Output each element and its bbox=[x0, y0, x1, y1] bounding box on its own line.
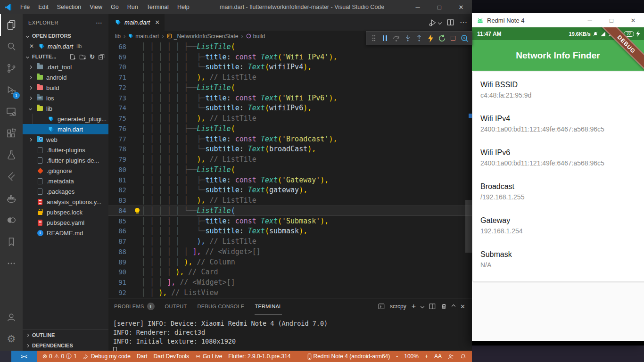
list-tile-wifi-ipv6[interactable]: Wifi IPv6 2400:1a00:bd11:121:49fe:6467:a… bbox=[480, 145, 644, 179]
tree-item-android[interactable]: android bbox=[23, 72, 108, 82]
code-line-70[interactable]: 70│ │ │ │ │ │ └─subtitle: Text(wifiIPv4)… bbox=[108, 62, 472, 73]
close-tab-icon[interactable]: ✕ bbox=[155, 19, 160, 26]
restart-icon[interactable] bbox=[438, 33, 446, 44]
list-tile-submask[interactable]: Submask N/A bbox=[480, 247, 644, 280]
tree-item-web[interactable]: web bbox=[23, 134, 108, 145]
terminal-shell-label[interactable]: scrcpy bbox=[390, 303, 406, 310]
tab-problems[interactable]: PROBLEMS 1 bbox=[114, 298, 155, 314]
font-size-button[interactable]: AA bbox=[434, 353, 442, 360]
tree-item-build[interactable]: build bbox=[23, 82, 108, 93]
breadcrumb-main-dart[interactable]: main.dart bbox=[128, 33, 159, 40]
drag-handle-icon[interactable] bbox=[369, 33, 378, 44]
code-line-77[interactable]: 77│ │ │ │ │ │ ├─title: const Text('Broad… bbox=[108, 134, 472, 144]
quick-fix-lightbulb-icon[interactable] bbox=[135, 208, 140, 213]
step-out-icon[interactable] bbox=[414, 33, 423, 44]
project-section-header[interactable]: FLUTTE... ↻ bbox=[23, 51, 108, 62]
menu-file[interactable]: File bbox=[16, 0, 34, 14]
tree-item-readme[interactable]: i README.md bbox=[23, 228, 108, 238]
kill-terminal-trash-icon[interactable] bbox=[441, 303, 447, 310]
new-folder-icon[interactable] bbox=[79, 53, 86, 60]
problems-status[interactable]: ⊗0 ⚠0 ⓘ1 bbox=[42, 353, 77, 361]
split-terminal-icon[interactable] bbox=[429, 303, 436, 310]
debug-toolbar[interactable] bbox=[366, 31, 472, 45]
menu-terminal[interactable]: Terminal bbox=[142, 0, 173, 14]
breadcrumb-build-method[interactable]: build bbox=[246, 33, 265, 40]
code-line-72[interactable]: 72│ │ │ │ │ ├──ListTile( bbox=[108, 82, 472, 93]
tree-item-analysis-options[interactable]: analysis_options.y... bbox=[23, 197, 108, 207]
refresh-icon[interactable]: ↻ bbox=[90, 53, 95, 60]
code-line-74[interactable]: 74│ │ │ │ │ │ └─subtitle: Text(wifiIPv6)… bbox=[108, 103, 472, 114]
notifications-bell-icon[interactable] bbox=[460, 354, 466, 360]
go-live-status[interactable]: Go Live bbox=[195, 353, 222, 360]
code-line-83[interactable]: 83│ │ │ │ │ │ ), // ListTile bbox=[108, 195, 472, 206]
scrollbar-thumb[interactable] bbox=[465, 200, 472, 253]
minimize-button[interactable]: ─ bbox=[579, 13, 601, 27]
code-line-89[interactable]: 89│ │ │ │ │ ), // Column bbox=[108, 257, 472, 267]
tree-item-lib[interactable]: lib bbox=[23, 103, 108, 114]
maximize-panel-icon[interactable] bbox=[452, 304, 455, 308]
tab-main-dart[interactable]: main.dart ✕ bbox=[108, 14, 165, 31]
code-line-85[interactable]: 85│ │ │ │ │ ├─title: const Text('Submask… bbox=[108, 216, 472, 226]
maximize-button[interactable]: □ bbox=[429, 0, 450, 14]
tree-item-flutter-plugins-deps[interactable]: .flutter-plugins-de... bbox=[23, 155, 108, 165]
list-tile-broadcast[interactable]: Broadcast /192.168.1.255 bbox=[480, 179, 644, 213]
explorer-icon[interactable] bbox=[0, 14, 23, 36]
search-icon[interactable] bbox=[0, 36, 23, 58]
code-line-71[interactable]: 71│ │ │ │ │ │ ), // ListTile bbox=[108, 72, 472, 82]
tree-item-main-dart[interactable]: main.dart bbox=[23, 124, 108, 134]
tree-item-flutter-plugins[interactable]: .flutter-plugins bbox=[23, 145, 108, 155]
list-tile-wifi-bssid[interactable]: Wifi BSSID c4:48:fa:21:95:9d bbox=[480, 77, 644, 111]
menu-view[interactable]: View bbox=[85, 0, 107, 14]
more-views-icon[interactable] bbox=[0, 253, 23, 274]
tree-item-generated-plugin[interactable]: generated_plugi... bbox=[23, 114, 108, 124]
minimize-button[interactable]: ─ bbox=[407, 0, 429, 14]
breadcrumb-lib[interactable]: lib bbox=[115, 33, 121, 40]
tree-item-metadata[interactable]: .metadata bbox=[23, 176, 108, 186]
tree-item-gitignore[interactable]: .gitignore bbox=[23, 165, 108, 176]
code-line-75[interactable]: 75│ │ │ │ │ │ ), // ListTile bbox=[108, 113, 472, 123]
zoom-in-button[interactable]: + bbox=[425, 353, 428, 360]
breadcrumb-class[interactable]: _NetworkInfoScreenState bbox=[167, 33, 239, 40]
code-line-79[interactable]: 79│ │ │ │ │ │ ), // ListTile bbox=[108, 154, 472, 165]
code-line-92[interactable]: 92│ │ ), // ListView bbox=[108, 288, 472, 298]
widget-inspector-icon[interactable] bbox=[460, 33, 469, 44]
docker-icon[interactable] bbox=[0, 188, 23, 209]
hot-reload-icon[interactable] bbox=[426, 33, 435, 44]
pause-icon[interactable] bbox=[380, 33, 389, 44]
menu-edit[interactable]: Edit bbox=[34, 0, 53, 14]
device-selector-status[interactable]: Redmi Note 4 (android-arm64) bbox=[307, 353, 390, 360]
tree-item-ios[interactable]: ios ios bbox=[23, 93, 108, 103]
close-button[interactable]: ✕ bbox=[450, 0, 472, 14]
code-line-86[interactable]: 86│ │ │ │ │ └─subtitle: Text(submask), bbox=[108, 226, 472, 237]
accounts-icon[interactable] bbox=[0, 306, 23, 328]
tab-output[interactable]: OUTPUT bbox=[165, 298, 187, 314]
feedback-icon[interactable] bbox=[448, 354, 454, 360]
tab-debug-console[interactable]: DEBUG CONSOLE bbox=[198, 298, 245, 314]
run-or-debug-icon[interactable] bbox=[429, 18, 441, 27]
flutter-icon[interactable] bbox=[0, 166, 23, 188]
toggle-circles-icon[interactable] bbox=[0, 209, 23, 231]
split-editor-icon[interactable] bbox=[447, 19, 454, 26]
editor-more-actions-icon[interactable]: ⋯ bbox=[460, 18, 467, 27]
code-line-90[interactable]: 90│ │ │ │ ), // Card bbox=[108, 267, 472, 278]
code-line-78[interactable]: 78│ │ │ │ │ │ └─subtitle: Text(broadCast… bbox=[108, 144, 472, 155]
menu-run[interactable]: Run bbox=[123, 0, 142, 14]
code-line-87[interactable]: 87│ │ │ │ │ ), // ListTile bbox=[108, 236, 472, 247]
outline-section-header[interactable]: OUTLINE bbox=[23, 330, 108, 340]
terminal-output[interactable]: [server] INFO: Device: Xiaomi Redmi Note… bbox=[108, 314, 472, 355]
android-screen[interactable]: 11:47 AM 19.6KB/s 77 Network Info Finder bbox=[472, 27, 644, 341]
tree-item-packages[interactable]: .packages bbox=[23, 186, 108, 197]
code-line-81[interactable]: 81│ │ │ │ │ │ ├─title: const Text('Gatew… bbox=[108, 175, 472, 185]
collapse-folders-icon[interactable] bbox=[98, 53, 105, 60]
tree-item-pubspec-yaml[interactable]: pubspec.yaml bbox=[23, 217, 108, 228]
debug-session-status[interactable]: Debug my code bbox=[83, 353, 131, 360]
code-line-82[interactable]: 82│ │ │ │ │ │ └─subtitle: Text(gateway), bbox=[108, 185, 472, 196]
remote-explorer-icon[interactable] bbox=[0, 101, 23, 123]
dart-status[interactable]: Dart bbox=[137, 353, 148, 360]
code-line-88[interactable]: 88│ │ │ │ │ │ ], // <Widget>[] bbox=[108, 247, 472, 257]
list-tile-wifi-ipv4[interactable]: Wifi IPv4 2400:1a00:bd11:121:49fe:6467:a… bbox=[480, 111, 644, 145]
source-control-icon[interactable] bbox=[0, 58, 23, 79]
close-panel-icon[interactable]: ✕ bbox=[460, 303, 465, 310]
code-line-80[interactable]: 80│ │ │ │ │ ├──ListTile( bbox=[108, 165, 472, 175]
open-editors-header[interactable]: OPEN EDITORS bbox=[23, 31, 108, 41]
